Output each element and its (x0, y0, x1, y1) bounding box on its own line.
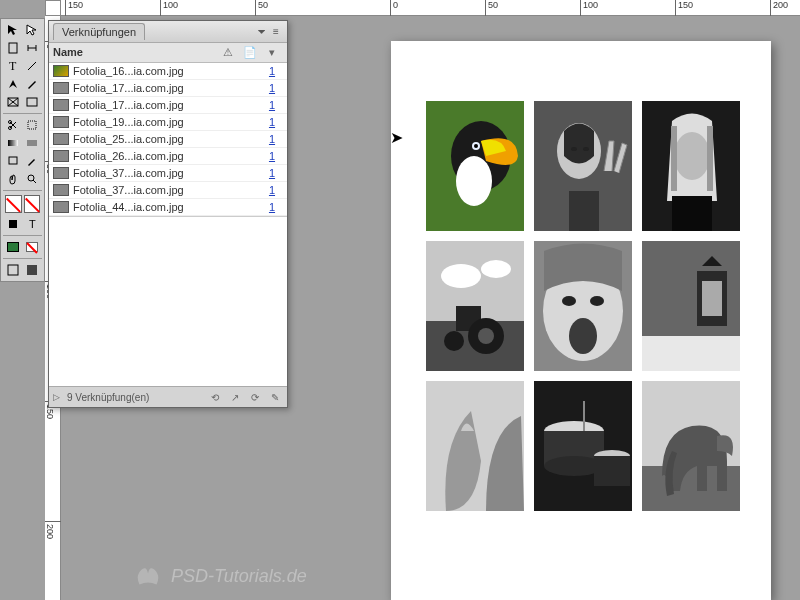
rectangle-tool[interactable] (23, 93, 43, 111)
link-thumbnail (53, 116, 69, 128)
link-row[interactable]: Fotolia_25...ia.com.jpg1 (49, 131, 287, 148)
links-tab[interactable]: Verknüpfungen (53, 23, 145, 40)
svg-rect-0 (9, 43, 17, 53)
placed-image[interactable] (534, 381, 632, 511)
svg-point-23 (456, 156, 492, 206)
column-name[interactable]: Name (53, 46, 217, 59)
link-thumbnail (53, 201, 69, 213)
zoom-tool[interactable] (23, 170, 43, 188)
link-page-number[interactable]: 1 (261, 184, 283, 196)
selection-tool[interactable] (3, 21, 23, 39)
svg-point-44 (569, 318, 597, 354)
eyedropper-tool[interactable] (23, 152, 43, 170)
link-thumbnail (53, 133, 69, 145)
placed-image[interactable] (426, 241, 524, 371)
svg-point-30 (674, 132, 710, 180)
link-page-number[interactable]: 1 (261, 167, 283, 179)
svg-line-2 (28, 62, 36, 70)
links-panel: Verknüpfungen ⏷ ≡ Name ⚠ 📄 ▾ Fotolia_16.… (48, 20, 288, 408)
link-thumbnail (53, 65, 69, 77)
link-page-number[interactable]: 1 (261, 133, 283, 145)
link-page-number[interactable]: 1 (261, 82, 283, 94)
link-row[interactable]: Fotolia_17...ia.com.jpg1 (49, 80, 287, 97)
type-tool[interactable]: T (3, 57, 23, 75)
goto-link-icon[interactable]: ↗ (227, 390, 243, 404)
apply-color-tool[interactable] (3, 238, 23, 256)
svg-point-43 (590, 296, 604, 306)
note-tool[interactable] (3, 152, 23, 170)
link-page-number[interactable]: 1 (261, 150, 283, 162)
free-transform-tool[interactable] (23, 116, 43, 134)
link-thumbnail (53, 99, 69, 111)
placed-image[interactable] (534, 101, 632, 231)
panel-menu-icon[interactable]: ≡ (269, 25, 283, 39)
svg-point-42 (562, 296, 576, 306)
link-page-number[interactable]: 1 (261, 201, 283, 213)
document-page[interactable] (391, 41, 771, 600)
svg-rect-12 (9, 157, 17, 164)
svg-rect-9 (28, 121, 36, 129)
placed-image[interactable] (642, 101, 740, 231)
fill-swatch[interactable] (5, 195, 22, 213)
apply-none-tool[interactable] (23, 238, 43, 256)
format-container-tool[interactable] (3, 215, 23, 233)
placed-image[interactable] (426, 101, 524, 231)
link-row[interactable]: Fotolia_17...ia.com.jpg1 (49, 97, 287, 114)
svg-point-33 (441, 264, 481, 288)
pen-tool[interactable] (3, 75, 23, 93)
svg-rect-17 (8, 265, 18, 275)
horizontal-ruler: 150 100 50 0 50 100 150 200 (45, 0, 800, 16)
normal-view-tool[interactable] (3, 261, 23, 279)
link-filename: Fotolia_26...ia.com.jpg (73, 150, 261, 162)
page-tool[interactable] (3, 39, 23, 57)
link-thumbnail (53, 167, 69, 179)
gradient-tool[interactable] (3, 134, 23, 152)
direct-selection-tool[interactable] (23, 21, 43, 39)
link-row[interactable]: Fotolia_37...ia.com.jpg1 (49, 165, 287, 182)
link-thumbnail (53, 150, 69, 162)
svg-point-22 (474, 144, 478, 148)
placed-image[interactable] (426, 381, 524, 511)
page-icon[interactable]: 📄 (239, 46, 261, 59)
link-row[interactable]: Fotolia_19...ia.com.jpg1 (49, 114, 287, 131)
placed-image[interactable] (534, 241, 632, 371)
link-page-number[interactable]: 1 (261, 99, 283, 111)
disclosure-icon[interactable]: ▷ (53, 392, 60, 402)
update-link-icon[interactable]: ⟳ (247, 390, 263, 404)
link-row[interactable]: Fotolia_37...ia.com.jpg1 (49, 182, 287, 199)
relink-icon[interactable]: ⟲ (207, 390, 223, 404)
rectangle-frame-tool[interactable] (3, 93, 23, 111)
preview-view-tool[interactable] (23, 261, 43, 279)
placed-image[interactable] (642, 241, 740, 371)
collapse-icon[interactable]: ⏷ (255, 25, 269, 39)
line-tool[interactable] (23, 57, 43, 75)
panel-column-header[interactable]: Name ⚠ 📄 ▾ (49, 43, 287, 63)
link-row[interactable]: Fotolia_16...ia.com.jpg1 (49, 63, 287, 80)
stroke-swatch[interactable] (24, 195, 41, 213)
gradient-feather-tool[interactable] (23, 134, 43, 152)
format-text-tool[interactable]: T (23, 215, 43, 233)
warning-icon[interactable]: ⚠ (217, 46, 239, 59)
svg-rect-47 (702, 281, 722, 316)
sort-icon[interactable]: ▾ (261, 46, 283, 59)
svg-rect-48 (642, 336, 740, 371)
link-row[interactable]: Fotolia_26...ia.com.jpg1 (49, 148, 287, 165)
link-thumbnail (53, 184, 69, 196)
panel-footer: ▷ 9 Verknüpfung(en) ⟲ ↗ ⟳ ✎ (49, 386, 287, 407)
links-list[interactable]: Fotolia_16...ia.com.jpg1Fotolia_17...ia.… (49, 63, 287, 216)
svg-point-39 (444, 331, 464, 351)
gap-tool[interactable] (23, 39, 43, 57)
watermark: PSD-Tutorials.de (131, 562, 307, 590)
link-page-number[interactable]: 1 (261, 116, 283, 128)
scissors-tool[interactable] (3, 116, 23, 134)
svg-line-14 (33, 180, 36, 183)
link-filename: Fotolia_17...ia.com.jpg (73, 99, 261, 111)
link-row[interactable]: Fotolia_44...ia.com.jpg1 (49, 199, 287, 216)
link-filename: Fotolia_44...ia.com.jpg (73, 201, 261, 213)
hand-tool[interactable] (3, 170, 23, 188)
placed-image[interactable] (642, 381, 740, 511)
link-page-number[interactable]: 1 (261, 65, 283, 77)
pencil-tool[interactable] (23, 75, 43, 93)
svg-rect-31 (672, 196, 712, 231)
edit-original-icon[interactable]: ✎ (267, 390, 283, 404)
